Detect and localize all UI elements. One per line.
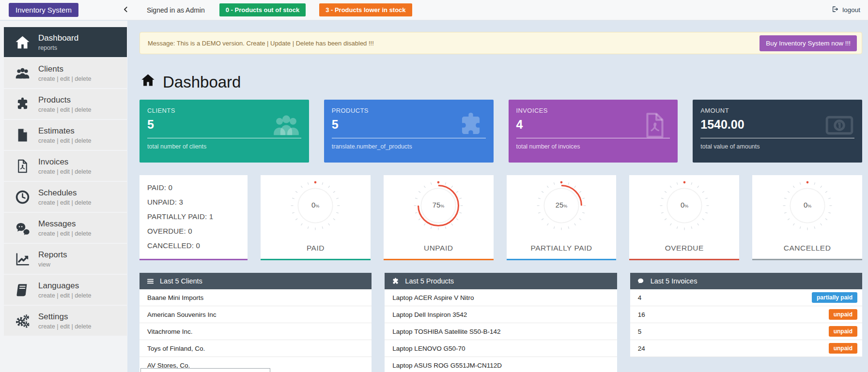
chevron-left-icon	[122, 6, 129, 15]
table-cell: Vitachrome Inc.	[147, 328, 193, 335]
stat-card-products: PRODUCTS 5 translate.number_of_products	[324, 100, 494, 163]
page-title: Dashboard	[163, 73, 241, 91]
logout-button[interactable]: logout	[831, 5, 860, 15]
sidebar-item-title: Products	[38, 95, 91, 105]
stat-card-clients: CLIENTS 5 total number of clients	[140, 100, 309, 163]
summary-line: PARTIALLY PAID: 1	[147, 212, 240, 221]
sidebar-item-clients[interactable]: Clients create | edit | delete	[4, 58, 127, 88]
stat-card-footer: total number of invoices	[516, 143, 670, 150]
table-row: Laptop LENOVO G50-70	[385, 340, 617, 357]
sidebar-item-estimates[interactable]: Estimates create | edit | delete	[4, 120, 127, 150]
table-cell: Laptop TOSHIBA Satellite S50-B-142	[392, 328, 500, 335]
sidebar-item-settings[interactable]: Settings create | edit | delete	[4, 306, 127, 336]
gauge-label: OVERDUE	[629, 244, 739, 253]
table-row: Toys of Finland, Co.	[140, 340, 372, 357]
gauge-panel-unpaid: 75% UNPAID	[384, 175, 494, 260]
status-badge: unpaid	[829, 309, 857, 320]
puzzle-icon	[456, 110, 486, 142]
sidebar-collapse-button[interactable]	[122, 6, 129, 15]
gauge-panel-paid: 0% PAID	[261, 175, 371, 260]
sidebar-item-messages[interactable]: Messages create | edit | delete	[4, 213, 127, 243]
table-cell: Laptop LENOVO G50-70	[392, 345, 465, 352]
sidebar-item-title: Messages	[38, 219, 91, 229]
stat-card-amount: AMOUNT 1540.00 total value of amounts	[693, 100, 862, 163]
sidebar-item-dashboard[interactable]: Dashboard reports	[4, 27, 127, 57]
gauge-panel-cancelled: 0% CANCELLED	[752, 175, 862, 260]
file-pdf-icon	[12, 158, 33, 174]
sidebar-item-subtitle: reports	[38, 45, 78, 51]
gauge-label: PAID	[261, 244, 371, 253]
sidebar-item-subtitle: create | edit | delete	[38, 75, 91, 82]
table-row: Laptop TOSHIBA Satellite S50-B-142	[385, 323, 617, 340]
sidebar-item-invoices[interactable]: Invoices create | edit | delete	[4, 151, 127, 181]
sidebar-item-title: Schedules	[38, 188, 91, 198]
sidebar-item-subtitle: create | edit | delete	[38, 199, 91, 206]
sidebar-item-title: Dashboard	[38, 33, 78, 43]
gauge-panel-partially-paid: 25% PARTIALLY PAID	[507, 175, 617, 260]
page-heading: Dashboard	[140, 73, 862, 91]
table-cell: Laptop Dell Inspiron 3542	[392, 311, 467, 318]
file-pdf-icon	[640, 110, 670, 142]
book-icon	[12, 282, 33, 298]
table-row: Laptop ACER Aspire V Nitro	[385, 289, 617, 306]
summary-tables-row: Last 5 Clients Baane Mini Imports Americ…	[140, 273, 862, 372]
list-icon	[146, 277, 155, 285]
sidebar-item-subtitle: create | edit | delete	[38, 137, 91, 144]
money-icon	[824, 110, 854, 142]
users-icon	[12, 65, 33, 81]
table-title: Last 5 Products	[405, 277, 454, 285]
sidebar-item-title: Languages	[38, 281, 91, 291]
bubble-icon	[637, 277, 645, 285]
chart-icon	[12, 251, 33, 267]
link-preview-tooltip	[140, 368, 270, 372]
table-row: 5 unpaid	[630, 323, 862, 340]
sidebar-item-title: Settings	[38, 312, 91, 322]
table-cell: Baane Mini Imports	[147, 294, 203, 301]
summary-line: CANCELLED: 0	[147, 241, 240, 250]
table-title: Last 5 Clients	[160, 277, 202, 285]
table-row: 24 unpaid	[630, 340, 862, 357]
table-cell: 24	[638, 345, 645, 352]
file-icon	[12, 127, 33, 143]
table-cell: Toys of Finland, Co.	[147, 345, 205, 352]
table-title: Last 5 Invoices	[651, 277, 698, 285]
table-cell: American Souvenirs Inc	[147, 311, 217, 318]
table-cell: Laptop ACER Aspire V Nitro	[392, 294, 474, 301]
summary-line: OVERDUE: 0	[147, 227, 240, 235]
table-header: Last 5 Clients	[140, 273, 372, 289]
table-header: Last 5 Products	[385, 273, 617, 289]
stat-card-footer: translate.number_of_products	[332, 143, 486, 150]
stat-card-footer: total number of clients	[147, 143, 301, 150]
gauge-label: PARTIALLY PAID	[507, 244, 617, 253]
puzzle-icon	[391, 277, 400, 285]
buy-button[interactable]: Buy Inventory System now !!!	[760, 35, 857, 51]
table-row: 16 unpaid	[630, 306, 862, 323]
table-row: Laptop ASUS ROG G551JM-CN112D	[385, 357, 617, 372]
gauge-panel-overdue: 0% OVERDUE	[629, 175, 739, 260]
table-last-5-invoices: Last 5 Invoices 4 partially paid 16 unpa…	[630, 273, 862, 357]
table-last-5-products: Last 5 Products Laptop ACER Aspire V Nit…	[385, 273, 617, 372]
low-stock-badge: 3 - Products lower in stock	[319, 3, 412, 16]
demo-message: Message: This is a DEMO version. Create …	[148, 40, 374, 47]
sidebar-item-subtitle: create | edit | delete	[38, 230, 91, 237]
puzzle-icon	[12, 96, 33, 112]
sidebar-item-subtitle: view	[38, 261, 67, 268]
table-last-5-clients: Last 5 Clients Baane Mini Imports Americ…	[140, 273, 372, 372]
sidebar-item-title: Estimates	[38, 126, 91, 136]
table-body: Baane Mini Imports American Souvenirs In…	[140, 289, 372, 372]
stat-cards-row: CLIENTS 5 total number of clients PRODUC…	[140, 100, 862, 163]
sidebar-item-products[interactable]: Products create | edit | delete	[4, 89, 127, 119]
logout-label: logout	[842, 6, 860, 14]
table-cell: 4	[638, 294, 642, 301]
app-logo[interactable]: Inventory System	[9, 3, 78, 17]
sidebar-item-title: Invoices	[38, 157, 91, 167]
sidebar-item-reports[interactable]: Reports view	[4, 244, 127, 274]
sidebar-item-schedules[interactable]: Schedules create | edit | delete	[4, 182, 127, 212]
invoice-gauges-row: PAID: 0UNPAID: 3PARTIALLY PAID: 1OVERDUE…	[140, 175, 862, 260]
summary-line: UNPAID: 3	[147, 198, 240, 206]
sidebar: Dashboard reports Clients create | edit …	[4, 27, 127, 337]
home-icon	[12, 34, 33, 50]
table-cell: 16	[638, 311, 645, 318]
stat-card-footer: total value of amounts	[700, 143, 854, 150]
sidebar-item-languages[interactable]: Languages create | edit | delete	[4, 275, 127, 305]
